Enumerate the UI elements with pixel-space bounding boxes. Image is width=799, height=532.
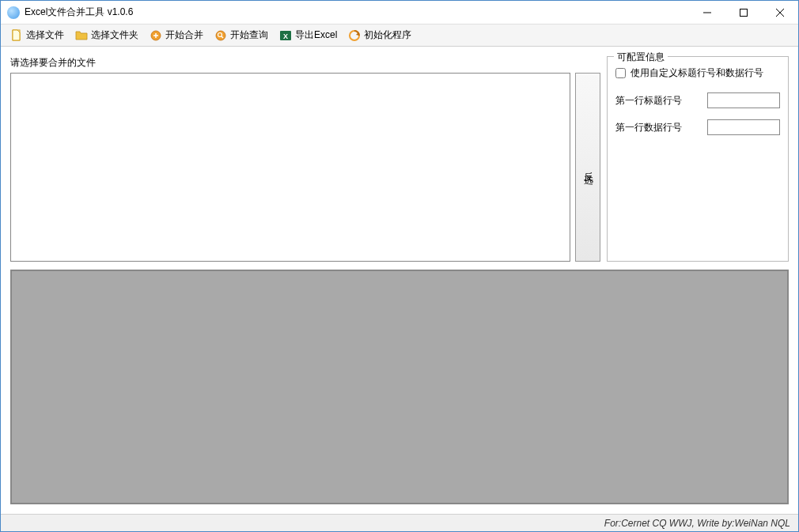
output-area[interactable]	[10, 270, 789, 504]
config-panel: 可配置信息 使用自定义标题行号和数据行号 第一行标题行号 第一行数据行号	[607, 56, 789, 262]
file-section: 请选择要合并的文件 反选	[10, 56, 600, 262]
config-title: 可配置信息	[614, 51, 668, 64]
title-row-config: 第一行标题行号	[615, 92, 780, 108]
maximize-button[interactable]	[725, 1, 762, 24]
folder-icon	[75, 29, 88, 42]
data-row-input[interactable]	[707, 119, 780, 135]
init-icon	[348, 29, 361, 42]
select-folder-label: 选择文件夹	[91, 28, 138, 42]
start-merge-button[interactable]: 开始合并	[145, 26, 208, 44]
merge-icon	[150, 29, 162, 42]
start-query-label: 开始查询	[230, 28, 268, 42]
init-program-label: 初始化程序	[364, 28, 411, 42]
file-icon	[10, 29, 23, 42]
svg-rect-1	[740, 9, 748, 16]
title-row-label: 第一行标题行号	[615, 94, 682, 108]
init-program-button[interactable]: 初始化程序	[343, 26, 416, 44]
query-icon	[214, 29, 227, 42]
file-list[interactable]	[10, 73, 570, 262]
statusbar-text: For:Cernet CQ WWJ, Write by:WeiNan NQL	[604, 518, 790, 529]
start-query-button[interactable]: 开始查询	[210, 26, 273, 44]
select-folder-button[interactable]: 选择文件夹	[70, 26, 143, 44]
svg-text:X: X	[283, 32, 288, 40]
minimize-button[interactable]	[689, 1, 725, 24]
excel-icon: X	[279, 29, 292, 42]
config-checkbox-row: 使用自定义标题行号和数据行号	[615, 66, 780, 80]
toolbar: 选择文件 选择文件夹 开始合并 开始查询 X 导出Excel 初始化程序	[1, 25, 798, 47]
file-section-label: 请选择要合并的文件	[10, 56, 600, 70]
content-area: 请选择要合并的文件 反选 可配置信息 使用自定义标题行号和数据行号 第一行标题行…	[1, 47, 798, 514]
app-icon	[7, 6, 20, 19]
use-custom-label: 使用自定义标题行号和数据行号	[630, 66, 763, 80]
titlebar: Excel文件合并工具 v1.0.6	[1, 1, 798, 25]
invert-selection-button[interactable]: 反选	[575, 73, 600, 262]
window-controls	[689, 1, 798, 24]
statusbar: For:Cernet CQ WWJ, Write by:WeiNan NQL	[1, 514, 798, 531]
data-row-label: 第一行数据行号	[615, 121, 682, 134]
data-row-config: 第一行数据行号	[615, 119, 780, 135]
window-title: Excel文件合并工具 v1.0.6	[25, 6, 689, 19]
svg-point-6	[216, 31, 225, 40]
export-excel-label: 导出Excel	[295, 28, 337, 42]
upper-panel: 请选择要合并的文件 反选 可配置信息 使用自定义标题行号和数据行号 第一行标题行…	[10, 56, 789, 262]
use-custom-checkbox[interactable]	[615, 68, 626, 78]
start-merge-label: 开始合并	[165, 28, 203, 42]
select-file-label: 选择文件	[26, 28, 64, 42]
close-button[interactable]	[762, 1, 798, 24]
title-row-input[interactable]	[707, 92, 780, 108]
file-row: 反选	[10, 73, 600, 262]
export-excel-button[interactable]: X 导出Excel	[275, 26, 342, 44]
select-file-button[interactable]: 选择文件	[6, 26, 69, 44]
